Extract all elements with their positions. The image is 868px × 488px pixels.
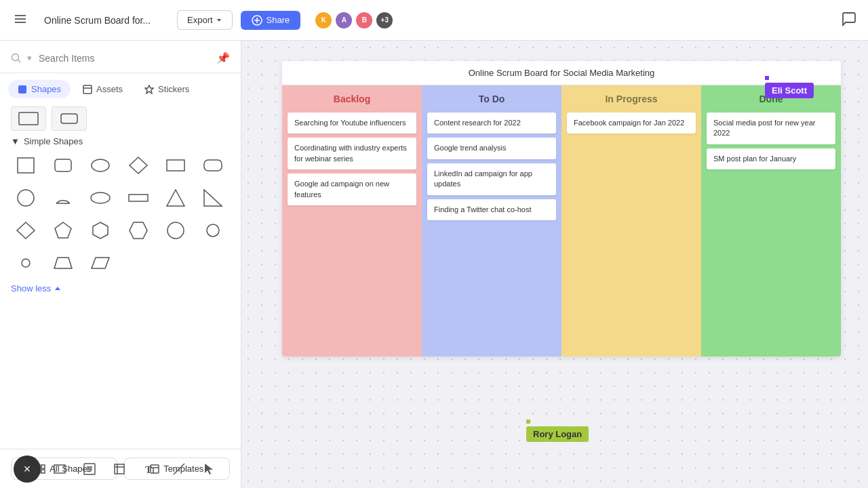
svg-marker-3 [217, 19, 221, 22]
shape-ellipse[interactable] [85, 152, 115, 179]
shape-parallelogram[interactable] [85, 249, 115, 277]
svg-rect-9 [18, 85, 26, 94]
card-todo-2[interactable]: Google trend analysis [427, 138, 556, 159]
col-todo-header: To Do [427, 91, 556, 107]
card-backlog-1[interactable]: Searching for Youtube influencers [288, 113, 416, 134]
svg-point-33 [22, 259, 30, 267]
simple-shapes-section[interactable]: ▼ Simple Shapes [11, 136, 230, 146]
shape-diamond[interactable] [123, 152, 153, 179]
sidebar: ▾ 📌 Shapes Assets Stickers [0, 41, 241, 488]
show-less-label: Show less [11, 283, 51, 293]
board-title-input[interactable] [38, 12, 169, 29]
avatar: K [314, 11, 333, 30]
card-done-1[interactable]: Social media post for new year 2022 [707, 113, 835, 144]
svg-point-17 [92, 159, 109, 171]
avatar: B [355, 11, 374, 30]
bottom-toolbar: × T [0, 450, 868, 488]
svg-point-23 [91, 192, 110, 203]
card-todo-1[interactable]: Content research for 2022 [427, 113, 556, 134]
svg-rect-16 [55, 159, 71, 171]
search-icon-dot: ▾ [27, 53, 32, 63]
shape-triangle[interactable] [161, 184, 191, 211]
col-inprogress: In Progress Facebook campaign for Jan 20… [561, 85, 701, 357]
svg-marker-28 [55, 222, 71, 238]
shape-circle3[interactable] [198, 217, 228, 244]
shape-preview-1[interactable] [11, 106, 46, 131]
shape-rounded-rect[interactable] [48, 152, 78, 179]
close-icon: × [24, 462, 31, 476]
avatar-overflow: +3 [375, 11, 394, 30]
shape-wide-rect[interactable] [123, 184, 153, 211]
toolbar-frame-tool[interactable] [108, 458, 130, 480]
avatar-group: K A B +3 [314, 11, 394, 30]
show-less-button[interactable]: Show less [11, 281, 62, 296]
shape-diamond2[interactable] [11, 217, 41, 244]
svg-marker-26 [204, 190, 222, 206]
cursor-rory: Rory Logan [526, 426, 589, 442]
shape-square[interactable] [11, 152, 41, 179]
toolbar-line-tool[interactable] [168, 458, 190, 480]
share-label: Share [267, 15, 290, 25]
col-inprogress-header: In Progress [567, 91, 696, 107]
svg-rect-44 [54, 465, 65, 473]
toolbar-note-tool[interactable] [79, 458, 100, 480]
svg-rect-14 [61, 114, 77, 123]
shape-hexagon2[interactable] [123, 217, 153, 244]
export-label: Export [187, 15, 213, 25]
chat-button[interactable] [841, 11, 857, 29]
shape-rounded-rect2[interactable] [198, 152, 228, 179]
card-inprogress-1[interactable]: Facebook campaign for Jan 2022 [567, 113, 696, 134]
board-title-bar: Online Scrum Board for Social Media Mark… [282, 61, 841, 85]
svg-rect-15 [18, 158, 34, 173]
tab-shapes[interactable]: Shapes [8, 80, 71, 98]
card-backlog-3[interactable]: Google ad campaign on new features [288, 174, 416, 205]
canvas[interactable]: Online Scrum Board for Social Media Mark… [241, 41, 868, 488]
svg-marker-29 [93, 222, 108, 239]
tab-shapes-label: Shapes [31, 84, 61, 94]
toolbar-select-tool[interactable] [198, 458, 220, 480]
toolbar-rect-tool[interactable] [49, 458, 71, 480]
scrum-board: Online Scrum Board for Social Media Mark… [282, 61, 841, 357]
shape-circle[interactable] [11, 184, 41, 211]
shape-right-triangle[interactable] [198, 184, 228, 211]
svg-point-7 [12, 54, 19, 60]
pin-icon: 📌 [216, 52, 230, 64]
shape-hexagon[interactable] [85, 217, 115, 244]
svg-marker-25 [167, 190, 184, 206]
shape-circle2[interactable] [161, 217, 191, 244]
search-icon [11, 53, 22, 64]
avatar: A [334, 11, 353, 30]
card-todo-4[interactable]: Finding a Twitter chat co-host [427, 199, 556, 220]
close-button[interactable]: × [14, 455, 41, 483]
share-button[interactable]: Share [241, 11, 301, 30]
tab-assets-label: Assets [96, 84, 123, 94]
shape-trapezoid[interactable] [48, 249, 78, 277]
shape-rect2[interactable] [161, 152, 191, 179]
col-done-header: Done [707, 91, 835, 107]
svg-marker-18 [130, 157, 147, 174]
tab-assets[interactable]: Assets [73, 80, 132, 98]
svg-point-31 [167, 222, 184, 239]
menu-button[interactable] [11, 9, 30, 30]
card-todo-3[interactable]: LinkedIn ad campaign for app updates [427, 163, 556, 195]
card-backlog-2[interactable]: Coordinating with industry experts for w… [288, 138, 416, 169]
svg-rect-10 [83, 85, 92, 94]
shape-circle4[interactable] [11, 249, 41, 277]
svg-point-32 [207, 224, 219, 237]
svg-rect-20 [204, 160, 222, 171]
svg-rect-13 [19, 113, 38, 125]
svg-rect-24 [129, 195, 148, 201]
svg-marker-12 [145, 85, 153, 94]
toolbar-text-tool[interactable]: T [138, 458, 160, 480]
tab-stickers[interactable]: Stickers [135, 80, 199, 98]
export-button[interactable]: Export [177, 10, 233, 30]
card-done-2[interactable]: SM post plan for January [707, 148, 835, 169]
svg-rect-19 [167, 160, 184, 171]
svg-text:T: T [145, 464, 152, 475]
shape-arc[interactable] [48, 184, 78, 211]
shape-pentagon[interactable] [48, 217, 78, 244]
shape-preview-2[interactable] [52, 106, 87, 131]
shape-oval[interactable] [85, 184, 115, 211]
col-done: Done Social media post for new year 2022… [701, 85, 841, 357]
search-input[interactable] [39, 53, 211, 64]
